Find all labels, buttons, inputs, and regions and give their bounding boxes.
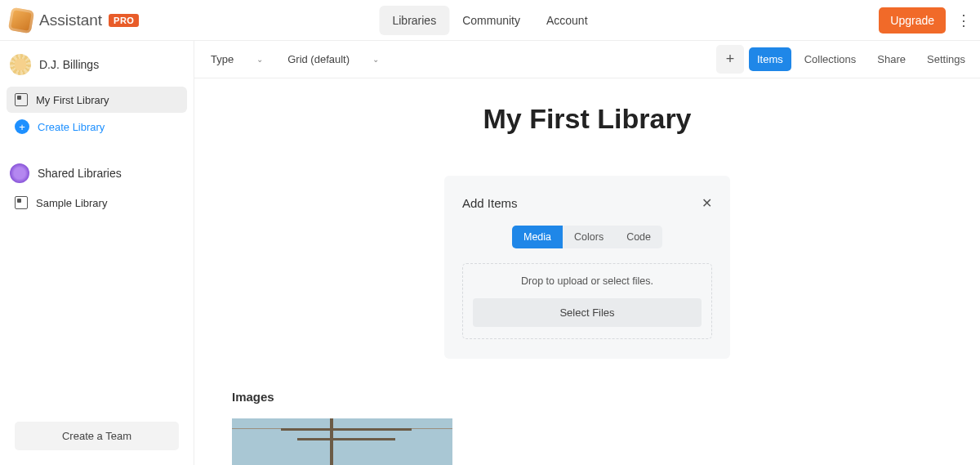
avatar: [10, 54, 31, 75]
sort-dropdown[interactable]: Grid (default) ⌄: [278, 48, 389, 70]
logo-text: Assistant: [39, 11, 102, 29]
close-icon[interactable]: ✕: [702, 195, 712, 211]
drop-zone[interactable]: Drop to upload or select files. Select F…: [462, 263, 712, 339]
tab-code[interactable]: Code: [615, 226, 662, 248]
library-icon: [15, 93, 28, 106]
content: My First Library Add Items ✕ Media Color…: [194, 78, 980, 465]
tab-settings[interactable]: Settings: [919, 47, 973, 71]
shared-libraries-label: Shared Libraries: [38, 167, 122, 180]
tab-collections[interactable]: Collections: [796, 47, 865, 71]
images-heading: Images: [232, 390, 980, 404]
page-title: My First Library: [483, 103, 691, 135]
shared-libraries-header[interactable]: Shared Libraries: [7, 154, 187, 190]
tab-share[interactable]: Share: [869, 47, 914, 71]
chevron-down-icon: ⌄: [372, 55, 379, 64]
create-library-label: Create Library: [38, 121, 105, 133]
select-files-button[interactable]: Select Files: [473, 298, 702, 327]
user-name: D.J. Billings: [39, 58, 99, 71]
nav-account[interactable]: Account: [533, 6, 601, 35]
top-nav: Libraries Community Account: [379, 6, 600, 35]
library-toolbar: Type ⌄ Grid (default) ⌄ + Items Collecti…: [194, 41, 980, 78]
add-items-heading: Add Items: [462, 196, 518, 210]
type-dropdown[interactable]: Type ⌄: [201, 48, 273, 70]
nav-libraries[interactable]: Libraries: [379, 6, 449, 35]
add-item-button[interactable]: +: [716, 45, 744, 74]
tab-items[interactable]: Items: [749, 47, 791, 71]
logo[interactable]: Assistant PRO: [7, 9, 139, 32]
chevron-down-icon: ⌄: [256, 55, 263, 64]
sidebar-item-my-first-library[interactable]: My First Library: [7, 87, 187, 113]
tab-media[interactable]: Media: [512, 226, 563, 248]
shared-icon: [10, 163, 29, 183]
app-header: Assistant PRO Libraries Community Accoun…: [0, 0, 980, 41]
plus-icon: +: [15, 119, 29, 134]
main-area: Type ⌄ Grid (default) ⌄ + Items Collecti…: [194, 41, 980, 465]
nav-community[interactable]: Community: [449, 6, 533, 35]
pro-badge: PRO: [109, 14, 139, 27]
logo-icon: [8, 7, 34, 33]
create-library-button[interactable]: + Create Library: [7, 113, 187, 141]
sidebar: D.J. Billings My First Library + Create …: [0, 41, 194, 465]
type-label: Type: [211, 53, 234, 65]
drop-text: Drop to upload or select files.: [473, 275, 702, 287]
library-icon: [15, 196, 28, 209]
images-section: Images: [194, 359, 980, 465]
add-items-card: Add Items ✕ Media Colors Code Drop to up…: [444, 176, 730, 359]
sidebar-item-sample-library[interactable]: Sample Library: [7, 190, 187, 216]
sort-label: Grid (default): [287, 53, 350, 65]
image-thumbnail[interactable]: [232, 418, 452, 465]
upgrade-button[interactable]: Upgrade: [879, 7, 946, 34]
tab-colors[interactable]: Colors: [563, 226, 615, 248]
create-team-button[interactable]: Create a Team: [15, 422, 179, 450]
sidebar-item-label: My First Library: [36, 94, 109, 106]
plus-icon: +: [726, 51, 735, 68]
more-menu-icon[interactable]: ⋮: [954, 7, 973, 34]
sidebar-item-label: Sample Library: [36, 197, 107, 209]
user-row[interactable]: D.J. Billings: [7, 51, 187, 87]
add-items-tabs: Media Colors Code: [462, 226, 712, 248]
